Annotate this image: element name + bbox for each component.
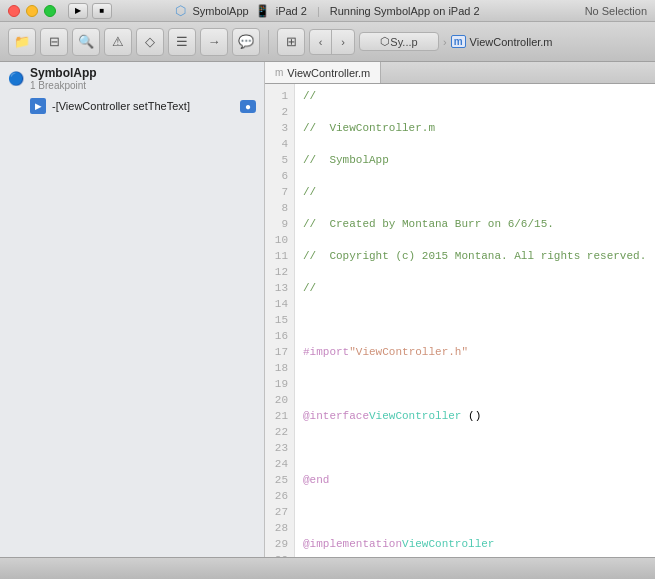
scheme-name: Sy...p — [390, 36, 417, 48]
stop-button[interactable]: ■ — [92, 3, 112, 19]
arrow-icon[interactable]: → — [200, 28, 228, 56]
status-bar — [0, 557, 655, 579]
run-status: Running SymbolApp on iPad 2 — [330, 5, 480, 17]
code-content[interactable]: // // ViewController.m // SymbolApp // /… — [295, 84, 655, 557]
line-numbers: 12345 678910 1112131415 1617181920 21222… — [265, 84, 295, 557]
play-button[interactable]: ▶ — [68, 3, 88, 19]
sidebar-child-item[interactable]: ▶ -[ViewController setTheText] ● — [0, 95, 264, 117]
nav-arrows: ‹ › — [309, 29, 355, 55]
code-line-1: // — [303, 88, 655, 104]
toolbar-separator — [268, 30, 269, 54]
title-bar-right: No Selection — [585, 5, 647, 17]
warning-icon[interactable]: ⚠ — [104, 28, 132, 56]
device-name: iPad 2 — [276, 5, 307, 17]
code-line-4: // — [303, 184, 655, 200]
breakpoints-count: 1 Breakpoint — [30, 80, 97, 91]
code-line-13: @end — [303, 472, 655, 488]
code-line-10 — [303, 376, 655, 392]
device-icon: 📱 — [255, 4, 270, 18]
bookmark-icon[interactable]: ◇ — [136, 28, 164, 56]
toolbar: 📁 ⊟ 🔍 ⚠ ◇ ☰ → 💬 ⊞ ‹ › ⬡ Sy...p › m ViewC… — [0, 22, 655, 62]
code-line-5: // Created by Montana Burr on 6/6/15. — [303, 216, 655, 232]
main-area: 🔵 SymbolApp 1 Breakpoint ▶ -[ViewControl… — [0, 62, 655, 557]
sidebar: 🔵 SymbolApp 1 Breakpoint ▶ -[ViewControl… — [0, 62, 265, 557]
sidebar-project-item[interactable]: 🔵 SymbolApp 1 Breakpoint — [0, 62, 264, 95]
code-line-7: // — [303, 280, 655, 296]
breadcrumb-area: ⬡ Sy...p › m ViewController.m — [359, 32, 553, 51]
comment-icon[interactable]: 💬 — [232, 28, 260, 56]
project-icon: 🔵 — [8, 71, 24, 86]
file-name[interactable]: ViewController.m — [470, 36, 553, 48]
code-line-6: // Copyright (c) 2015 Montana. All right… — [303, 248, 655, 264]
minimize-button[interactable] — [26, 5, 38, 17]
code-line-2: // ViewController.m — [303, 120, 655, 136]
app-name: SymbolApp — [192, 5, 248, 17]
editor-tabs: m ViewController.m — [265, 62, 655, 84]
child-badge: ● — [240, 100, 256, 113]
code-line-3: // SymbolApp — [303, 152, 655, 168]
tab-file-icon: m — [275, 67, 283, 78]
scheme-breadcrumb[interactable]: ⬡ Sy...p — [359, 32, 439, 51]
nav-back-button[interactable]: ‹ — [310, 30, 332, 54]
no-selection-label: No Selection — [585, 5, 647, 17]
folder-icon[interactable]: 📁 — [8, 28, 36, 56]
child-item-label: -[ViewController setTheText] — [52, 100, 190, 112]
title-separator: | — [317, 5, 320, 17]
title-bar-center: ⬡ SymbolApp 📱 iPad 2 | Running SymbolApp… — [175, 3, 479, 18]
app-icon: ⬡ — [175, 3, 186, 18]
code-line-8 — [303, 312, 655, 328]
breadcrumb-sep1: › — [443, 36, 447, 48]
child-icon: ▶ — [30, 98, 46, 114]
editor: m ViewController.m 12345 678910 11121314… — [265, 62, 655, 557]
nav-forward-button[interactable]: › — [332, 30, 354, 54]
code-line-9: #import "ViewController.h" — [303, 344, 655, 360]
maximize-button[interactable] — [44, 5, 56, 17]
code-line-14 — [303, 504, 655, 520]
file-m-icon: m — [451, 35, 466, 48]
close-button[interactable] — [8, 5, 20, 17]
list-icon[interactable]: ☰ — [168, 28, 196, 56]
code-line-12 — [303, 440, 655, 456]
code-line-15: @implementation ViewController — [303, 536, 655, 552]
project-name: SymbolApp — [30, 66, 97, 80]
hierarchy-icon[interactable]: ⊟ — [40, 28, 68, 56]
code-line-11: @interface ViewController () — [303, 408, 655, 424]
tab-file-name: ViewController.m — [287, 67, 370, 79]
title-bar: ▶ ■ ⬡ SymbolApp 📱 iPad 2 | Running Symbo… — [0, 0, 655, 22]
item-details: SymbolApp 1 Breakpoint — [30, 66, 97, 91]
traffic-lights — [8, 5, 56, 17]
code-area[interactable]: 12345 678910 1112131415 1617181920 21222… — [265, 84, 655, 557]
grid-icon[interactable]: ⊞ — [277, 28, 305, 56]
editor-tab-viewcontroller[interactable]: m ViewController.m — [265, 62, 381, 83]
search-icon[interactable]: 🔍 — [72, 28, 100, 56]
scheme-icon: ⬡ — [380, 35, 390, 48]
